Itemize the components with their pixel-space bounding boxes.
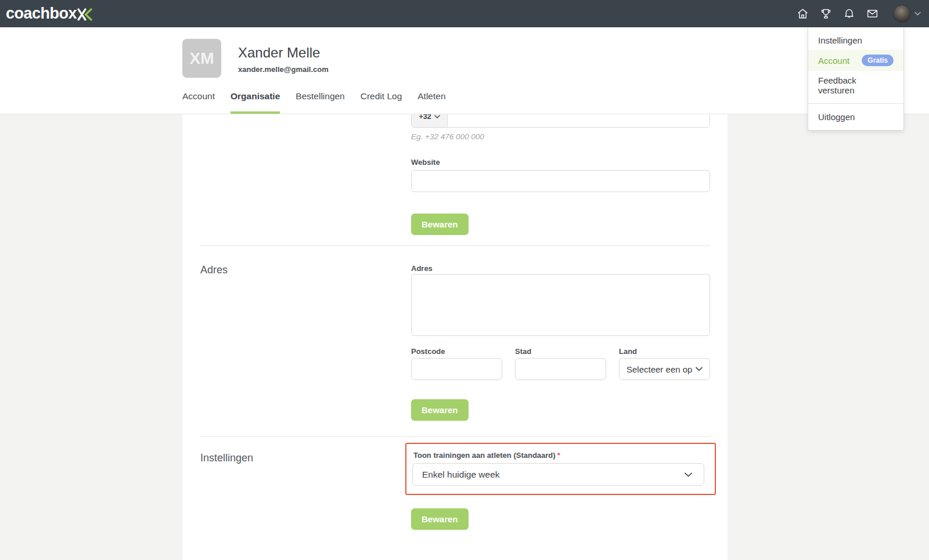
menu-item-instellingen[interactable]: Instellingen	[808, 31, 903, 50]
phone-input-group: +32	[411, 114, 710, 128]
menu-item-label: Account	[818, 56, 849, 66]
logo-text: coachbox	[6, 6, 77, 21]
instellingen-field-col: Toon trainingen aan atleten (Standaard)*…	[411, 437, 710, 560]
adres-textarea[interactable]	[411, 274, 710, 336]
menu-item-label: Instellingen	[818, 35, 862, 45]
postcode-stad-land-row: Postcode Stad Land Selecteer een op	[411, 347, 710, 380]
trainingen-field-label: Toon trainingen aan atleten (Standaard)*	[413, 451, 704, 460]
contact-label-col	[182, 114, 411, 245]
trainingen-select[interactable]: Enkel huidige week	[412, 463, 704, 486]
chevron-down-icon	[685, 472, 692, 477]
phone-input[interactable]	[448, 114, 710, 127]
account-tabs: Account Organisatie Bestellingen Credit …	[182, 91, 446, 114]
organisatie-content: +32 Eg. +32 476 000 000 Website Bewaren …	[182, 114, 728, 560]
chevron-down-icon	[434, 115, 440, 118]
profile-texts: Xander Melle xander.melle@gmail.com	[238, 39, 329, 74]
user-menu-trigger[interactable]	[893, 5, 921, 23]
land-select-value: Selecteer een op	[626, 364, 692, 374]
coachbox-logo[interactable]: coachbox	[6, 6, 92, 21]
menu-item-label: Feedback versturen	[818, 75, 894, 95]
adres-label-col: Adres	[182, 246, 411, 436]
land-select[interactable]: Selecteer een op	[619, 358, 710, 380]
save-button[interactable]: Bewaren	[411, 214, 469, 235]
instellingen-section: Instellingen Toon trainingen aan atleten…	[182, 437, 728, 560]
user-dropdown-menu: Instellingen Account Gratis Feedback ver…	[808, 27, 904, 131]
profile-email: xander.melle@gmail.com	[238, 65, 329, 74]
section-title-adres: Adres	[200, 264, 411, 276]
menu-item-account[interactable]: Account Gratis	[808, 50, 903, 71]
menu-item-uitloggen[interactable]: Uitloggen	[808, 107, 903, 127]
adres-section: Adres Adres Postcode Stad Land Selecteer…	[182, 246, 728, 436]
tab-credit-log[interactable]: Credit Log	[361, 91, 402, 114]
chevron-down-icon	[696, 367, 703, 371]
required-asterisk: *	[557, 451, 560, 460]
website-label: Website	[411, 158, 710, 167]
profile-name: Xander Melle	[238, 45, 329, 61]
chevron-down-icon	[914, 12, 921, 16]
profile-initials-avatar: XM	[182, 39, 221, 78]
account-page-header: XM Xander Melle xander.melle@gmail.com A…	[0, 27, 929, 114]
logo-chevron-icon	[77, 8, 92, 21]
plan-badge: Gratis	[862, 55, 894, 66]
home-icon[interactable]	[797, 8, 809, 20]
save-button[interactable]: Bewaren	[411, 508, 469, 530]
stad-input[interactable]	[515, 358, 606, 380]
user-avatar	[893, 5, 911, 23]
trophy-icon[interactable]	[820, 8, 832, 20]
postcode-cell: Postcode	[411, 347, 502, 380]
mail-icon[interactable]	[866, 8, 878, 20]
land-cell: Land Selecteer een op	[619, 347, 710, 380]
phone-prefix-value: +32	[419, 114, 431, 121]
menu-item-feedback[interactable]: Feedback versturen	[808, 71, 903, 100]
save-button[interactable]: Bewaren	[411, 399, 469, 421]
tab-account[interactable]: Account	[182, 91, 215, 114]
instellingen-label-col: Instellingen	[182, 437, 411, 560]
trainingen-select-value: Enkel huidige week	[422, 469, 500, 480]
land-label: Land	[619, 347, 710, 356]
contact-section: +32 Eg. +32 476 000 000 Website Bewaren	[182, 114, 728, 245]
bell-icon[interactable]	[843, 8, 855, 20]
contact-field-col: +32 Eg. +32 476 000 000 Website Bewaren	[411, 114, 710, 245]
trainingen-label-text: Toon trainingen aan atleten (Standaard)	[413, 451, 556, 460]
tab-organisatie[interactable]: Organisatie	[231, 91, 280, 114]
postcode-label: Postcode	[411, 347, 502, 356]
navbar-actions	[797, 5, 921, 23]
phone-hint: Eg. +32 476 000 000	[411, 133, 710, 141]
tab-atleten[interactable]: Atleten	[417, 91, 445, 114]
stad-label: Stad	[515, 347, 606, 356]
profile-summary: XM Xander Melle xander.melle@gmail.com	[182, 39, 329, 78]
postcode-input[interactable]	[411, 358, 502, 380]
section-title-instellingen: Instellingen	[200, 452, 411, 464]
stad-cell: Stad	[515, 347, 606, 380]
tab-bestellingen[interactable]: Bestellingen	[296, 91, 344, 114]
phone-prefix-select[interactable]: +32	[412, 114, 448, 127]
adres-field-label: Adres	[411, 264, 710, 273]
website-input[interactable]	[411, 170, 710, 192]
highlighted-field-box: Toon trainingen aan atleten (Standaard)*…	[405, 443, 716, 495]
top-navbar: coachbox	[0, 0, 929, 27]
adres-field-col: Adres Postcode Stad Land Selecteer een o…	[411, 246, 710, 436]
menu-divider	[808, 103, 903, 104]
menu-item-label: Uitloggen	[818, 112, 855, 122]
